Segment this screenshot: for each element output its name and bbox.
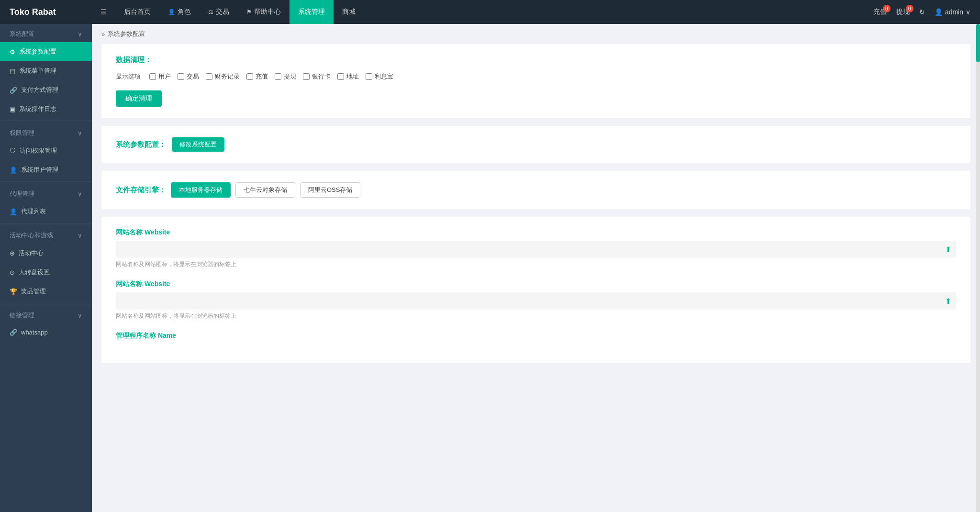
sidebar-item-whatsapp[interactable]: 🔗 whatsapp [0, 323, 92, 341]
sidebar-item-payment[interactable]: 🔗 支付方式管理 [0, 80, 92, 100]
sidebar-group-permission[interactable]: 权限管理 ∨ [0, 123, 92, 141]
recharge-button[interactable]: 充值 0 [873, 8, 887, 16]
param-row: 系统参数配置： 修改系统配置 [116, 137, 956, 152]
sidebar-item-activity[interactable]: ⊕ 活动中心 [0, 244, 92, 263]
website2-label: 网站名称 Website [116, 280, 956, 289]
checkbox-lixi-input[interactable] [366, 73, 372, 80]
permission-chevron-icon: ∨ [78, 130, 82, 137]
modify-sys-config-button[interactable]: 修改系统配置 [172, 137, 224, 152]
sidebar-sys-params-label: 系统参数配置 [19, 47, 56, 56]
checkbox-user[interactable]: 用户 [149, 72, 171, 81]
sidebar-activity-label: 活动中心 [19, 249, 44, 257]
checkbox-trade-input[interactable] [178, 73, 184, 80]
sidebar-agent-list-label: 代理列表 [21, 207, 46, 216]
website1-input-wrapper: ⬆ [116, 241, 956, 258]
system-config-chevron-icon: ∨ [78, 31, 82, 38]
main-content: » 系统参数配置 数据清理： 显示选项 用户 交易 [92, 24, 980, 512]
withdraw-button[interactable]: 提现 0 [896, 8, 910, 16]
user-icon: 👤 [935, 8, 943, 16]
confirm-clear-button[interactable]: 确定清理 [116, 90, 162, 107]
checkbox-withdraw-input[interactable] [275, 73, 281, 80]
nav-right: 充值 0 提现 0 ↻ 👤 admin ∨ [864, 8, 980, 16]
whatsapp-icon: 🔗 [10, 329, 17, 336]
divider-1 [0, 121, 92, 121]
sidebar-group-system-config[interactable]: 系统配置 ∨ [0, 24, 92, 42]
checkbox-trade[interactable]: 交易 [178, 72, 199, 81]
checkbox-finance[interactable]: 财务记录 [206, 72, 240, 81]
checkbox-address[interactable]: 地址 [337, 72, 359, 81]
nav-system[interactable]: 系统管理 [290, 0, 334, 24]
withdraw-badge: 0 [906, 5, 913, 12]
website1-label: 网站名称 Website [116, 228, 956, 237]
nav-trade[interactable]: ⚖ 交易 [200, 0, 238, 24]
sidebar-item-agent-list[interactable]: 👤 代理列表 [0, 202, 92, 221]
scrollbar-track[interactable] [976, 24, 980, 512]
nav-help[interactable]: ⚑ 帮助中心 [238, 0, 290, 24]
refresh-button[interactable]: ↻ [919, 8, 925, 16]
content-area: 数据清理： 显示选项 用户 交易 财务记录 [92, 44, 980, 373]
trade-icon: ⚖ [208, 9, 213, 15]
checkbox-recharge[interactable]: 充值 [246, 72, 268, 81]
recharge-badge: 0 [883, 5, 891, 12]
display-options-label: 显示选项 [116, 72, 141, 81]
sidebar-whatsapp-label: whatsapp [21, 329, 48, 336]
sidebar-group-activity[interactable]: 活动中心和游戏 ∨ [0, 225, 92, 244]
sidebar-item-prize[interactable]: 🏆 奖品管理 [0, 282, 92, 301]
checkbox-bank[interactable]: 银行卡 [303, 72, 331, 81]
gear-icon: ⚙ [10, 48, 15, 56]
nav-menu-icon[interactable]: ☰ [92, 0, 115, 24]
checkbox-address-input[interactable] [337, 73, 344, 80]
sidebar-item-access[interactable]: 🛡 访问权限管理 [0, 141, 92, 160]
checkbox-finance-input[interactable] [206, 73, 212, 80]
sidebar-item-sys-menu[interactable]: ▤ 系统菜单管理 [0, 61, 92, 80]
file-storage-title: 文件存储引擎： [116, 186, 166, 195]
sidebar-item-spin[interactable]: ⊙ 大转盘设置 [0, 263, 92, 282]
data-clear-title: 数据清理： [116, 56, 956, 65]
user-menu[interactable]: 👤 admin ∨ [935, 8, 970, 16]
form-group-website1: 网站名称 Website ⬆ 网站名称及网站图标，将显示在浏览器的标签上 [116, 228, 956, 268]
sidebar-spin-label: 大转盘设置 [19, 268, 50, 277]
help-icon: ⚑ [246, 9, 252, 15]
sidebar-group-links[interactable]: 链接管理 ∨ [0, 305, 92, 323]
checkbox-recharge-label: 充值 [256, 72, 268, 81]
nav-shop[interactable]: 商城 [334, 0, 364, 24]
website2-upload-icon[interactable]: ⬆ [945, 297, 951, 306]
website1-upload-icon[interactable]: ⬆ [945, 245, 951, 254]
sys-params-card: 系统参数配置： 修改系统配置 [101, 126, 970, 163]
sidebar-group-agent[interactable]: 代理管理 ∨ [0, 184, 92, 202]
agent-chevron-icon: ∨ [78, 190, 82, 198]
admin-name-label: 管理程序名称 Name [116, 332, 956, 340]
refresh-icon: ↻ [919, 8, 925, 16]
trade-label: 交易 [216, 8, 229, 16]
sidebar-item-sys-log[interactable]: ▣ 系统操作日志 [0, 100, 92, 119]
checkbox-bank-input[interactable] [303, 73, 310, 80]
checkbox-recharge-input[interactable] [246, 73, 253, 80]
nav-roles[interactable]: 👤 角色 [159, 0, 200, 24]
storage-local-button[interactable]: 本地服务器存储 [171, 182, 231, 198]
roles-label: 角色 [178, 8, 191, 16]
checkbox-finance-label: 财务记录 [215, 72, 240, 81]
nav-items: ☰ 后台首页 👤 角色 ⚖ 交易 ⚑ 帮助中心 系统管理 商城 [92, 0, 864, 24]
breadcrumb-current: 系统参数配置 [108, 30, 145, 38]
shop-label: 商城 [342, 8, 356, 16]
sidebar-item-sys-user[interactable]: 👤 系统用户管理 [0, 160, 92, 179]
hamburger-icon: ☰ [100, 8, 107, 16]
nav-dashboard[interactable]: 后台首页 [115, 0, 159, 24]
breadcrumb: » 系统参数配置 [92, 24, 980, 44]
checkbox-withdraw[interactable]: 提现 [275, 72, 296, 81]
divider-2 [0, 181, 92, 182]
links-group-label: 链接管理 [10, 311, 34, 320]
checkbox-lixi[interactable]: 利息宝 [366, 72, 393, 81]
sidebar-item-sys-params[interactable]: ⚙ 系统参数配置 [0, 42, 92, 61]
log-icon: ▣ [10, 106, 15, 113]
checkbox-user-input[interactable] [149, 73, 156, 80]
roles-icon: 👤 [168, 9, 175, 15]
dashboard-label: 后台首页 [124, 8, 151, 16]
form-group-website2: 网站名称 Website ⬆ 网站名称及网站图标，将显示在浏览器的标签上 [116, 280, 956, 320]
storage-qiniu-button[interactable]: 七牛云对象存储 [235, 182, 295, 198]
link-icon: 🔗 [10, 87, 17, 94]
app-logo: Toko Rabat [0, 0, 92, 24]
storage-aliyun-button[interactable]: 阿里云OSS存储 [300, 182, 360, 198]
activity-chevron-icon: ∨ [78, 232, 82, 239]
top-navigation: Toko Rabat ☰ 后台首页 👤 角色 ⚖ 交易 ⚑ 帮助中心 系统管理 … [0, 0, 980, 24]
